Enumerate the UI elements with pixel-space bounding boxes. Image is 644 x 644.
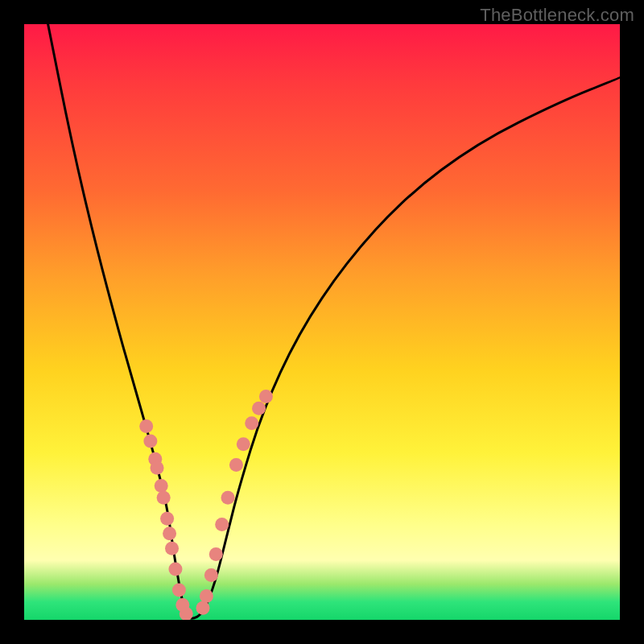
- highlight-dot: [200, 589, 213, 603]
- highlight-dot: [148, 452, 162, 466]
- highlight-dot: [151, 461, 164, 475]
- highlight-dot: [221, 491, 235, 505]
- highlight-dot: [229, 458, 243, 472]
- plot-area: [24, 24, 620, 620]
- highlight-dot: [168, 563, 182, 576]
- highlight-dot: [155, 479, 168, 493]
- highlight-dot: [165, 542, 179, 555]
- highlight-dot: [252, 402, 266, 415]
- highlight-dot: [209, 547, 223, 561]
- highlight-dot: [245, 416, 258, 430]
- chart-frame: TheBottleneck.com: [0, 0, 644, 644]
- highlight-dot: [175, 598, 189, 612]
- highlight-dot: [172, 584, 186, 597]
- highlight-dot: [157, 491, 171, 505]
- highlight-dot: [204, 568, 218, 582]
- highlight-dot: [196, 601, 210, 615]
- highlight-dot: [163, 526, 176, 540]
- highlight-dot: [143, 435, 157, 448]
- highlight-dot: [215, 518, 229, 531]
- highlight-dot: [160, 512, 174, 526]
- highlight-dot: [237, 437, 250, 451]
- highlight-dot: [259, 390, 273, 403]
- highlight-dot: [180, 607, 193, 620]
- bottleneck-curve: [48, 24, 620, 618]
- watermark-text: TheBottleneck.com: [480, 5, 634, 26]
- highlight-dot: [139, 419, 153, 433]
- curve-layer: [24, 24, 620, 620]
